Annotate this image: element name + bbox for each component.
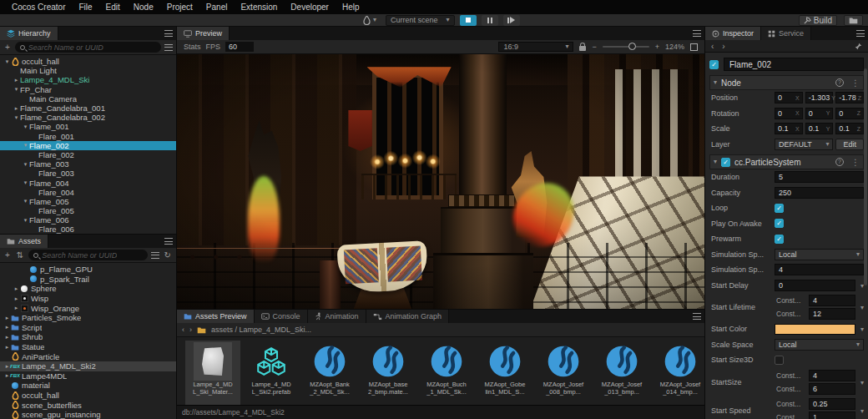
help-icon[interactable]: ? <box>835 158 844 166</box>
tab-inspector[interactable]: Inspector <box>705 27 761 40</box>
assets-item-lampe4mdl[interactable]: ▸FBXLampe4MDL <box>0 371 176 381</box>
chevron-down-icon[interactable]: ▾ <box>714 159 717 165</box>
assets-item-material[interactable]: material <box>0 381 176 391</box>
assets-item-particles-smoke[interactable]: ▸Particles_Smoke <box>0 313 176 323</box>
pin-icon[interactable] <box>855 43 862 50</box>
menu-item-cocos-creator[interactable]: Cocos Creator <box>5 0 72 14</box>
hierarchy-item-flame-005[interactable]: ▾Flame_005 <box>0 197 176 206</box>
chevron-down-icon[interactable]: ▾ <box>22 142 29 149</box>
zoom-slider[interactable] <box>603 46 649 48</box>
chevron-down-icon[interactable]: ▾ <box>22 217 29 224</box>
play-button[interactable] <box>460 15 477 26</box>
assets-item-lampe-4-mdl-ski2[interactable]: ▸FBXLampe_4_MDL_Ski2 <box>0 361 176 371</box>
color-swatch[interactable] <box>775 324 855 335</box>
asset-thumb-mzaopt-josef-014-bmp[interactable]: MZAopt_Josef_014_bmp... <box>653 341 704 405</box>
hierarchy-item-flare-002[interactable]: Flare_002 <box>0 150 176 159</box>
fps-input[interactable]: 60 <box>225 42 254 52</box>
kebab-menu-icon[interactable]: ⋮ <box>851 158 860 167</box>
chevron-right-icon[interactable]: ▸ <box>13 285 20 292</box>
menu-item-developer[interactable]: Developer <box>284 0 336 14</box>
asset-thumb-mzaopt-buch-1-mdl-sk[interactable]: MZAopt_Buch_1_MDL_Sk... <box>419 341 474 405</box>
section-header-cc-particlesystem[interactable]: ▾✓cc.ParticleSystem?⋮ <box>709 154 864 169</box>
tab-preview[interactable]: Preview <box>177 27 230 40</box>
chevron-down-icon[interactable]: ▾ <box>860 378 864 386</box>
menu-item-help[interactable]: Help <box>336 0 366 14</box>
asset-thumb-mzaopt-base-2-bmp-mate[interactable]: MZAopt_base2_bmp.mate... <box>361 341 416 405</box>
assets-item-statue[interactable]: ▸Statue <box>0 342 176 352</box>
add-node-button[interactable]: + <box>3 43 12 52</box>
panel-menu-icon[interactable] <box>693 313 701 320</box>
add-asset-button[interactable]: + <box>3 251 12 260</box>
chevron-down-icon[interactable]: ▾ <box>714 79 717 86</box>
menu-item-edit[interactable]: Edit <box>99 0 127 14</box>
hierarchy-item-flare-006[interactable]: Flare_006 <box>0 225 176 234</box>
hierarchy-item-occult-hall[interactable]: ▾occult_hall <box>0 57 176 66</box>
property-select[interactable]: Local▾ <box>775 339 864 351</box>
property-checkbox[interactable] <box>775 356 784 365</box>
asset-thumb-lampe-4-md-l-ski-mater[interactable]: Lampe_4_MDL_Ski_Mater... <box>185 341 240 405</box>
hierarchy-item-flame-004[interactable]: ▾Flame_004 <box>0 178 176 187</box>
chevron-right-icon[interactable]: ▸ <box>3 344 11 351</box>
assets-item-script[interactable]: ▸Script <box>0 323 176 333</box>
assets-item-shrub[interactable]: ▸Shrub <box>0 332 176 342</box>
constant-mode-label[interactable]: Const... <box>775 413 806 419</box>
chevron-right-icon[interactable]: ▸ <box>13 305 20 311</box>
section-header-node[interactable]: ▾Node?⋮ <box>709 75 864 90</box>
constant-mode-label[interactable]: Const... <box>775 371 806 380</box>
zoom-slider-knob[interactable] <box>628 43 636 50</box>
hierarchy-item-flare-003[interactable]: Flare_003 <box>0 169 176 178</box>
chevron-down-icon[interactable]: ▾ <box>22 124 29 130</box>
number-input[interactable]: 0.1Y <box>805 123 834 134</box>
breadcrumb[interactable]: assets / Lampe_4_MDL_Ski... <box>211 326 311 334</box>
component-enabled-checkbox[interactable]: ✓ <box>721 158 730 167</box>
help-icon[interactable]: ? <box>835 78 844 87</box>
menu-item-extension[interactable]: Extension <box>234 0 284 14</box>
hierarchy-item-flame-001[interactable]: ▾Flame_001 <box>0 122 176 131</box>
chevron-right-icon[interactable]: ▸ <box>13 105 20 112</box>
number-input[interactable]: -1.78Z <box>835 92 864 103</box>
tab-assets-preview[interactable]: Assets Preview <box>177 310 255 323</box>
hierarchy-item-fp-char[interactable]: ▾FP_Char <box>0 85 176 94</box>
assets-item-p-spark-trail[interactable]: p_Spark_Trail <box>0 275 176 285</box>
filter-list-icon[interactable] <box>151 252 159 259</box>
sort-assets-icon[interactable]: ⇅ <box>15 251 25 260</box>
hierarchy-item-flame-candelabra-002[interactable]: ▾Flame_Candelabra_002 <box>0 113 176 122</box>
chevron-right-icon[interactable]: ▸ <box>13 295 20 302</box>
value-input[interactable]: 12 <box>809 308 855 320</box>
value-input[interactable]: 6 <box>809 383 855 395</box>
assets-item-aniparticle[interactable]: AniParticle <box>0 351 176 361</box>
rotation-lock-icon[interactable] <box>579 46 586 51</box>
hierarchy-item-lampe-4-mdl-ski[interactable]: ▸Lampe_4_MDL_Ski <box>0 75 176 84</box>
assets-item-p-flame-gpu[interactable]: p_Flame_GPU <box>0 265 176 275</box>
tab-service[interactable]: Service <box>761 27 811 40</box>
hierarchy-search-input[interactable]: Search Name or UUID <box>15 42 161 53</box>
number-input[interactable]: 0.1X <box>775 123 803 134</box>
chevron-down-icon[interactable]: ▾ <box>13 86 20 93</box>
chevron-down-icon[interactable]: ▾ <box>22 198 29 204</box>
chevron-down-icon[interactable]: ▾ <box>22 161 29 168</box>
property-select[interactable]: Local▾ <box>775 249 864 260</box>
kebab-menu-icon[interactable]: ⋮ <box>851 78 860 88</box>
property-checkbox[interactable]: ✓ <box>775 204 784 213</box>
property-checkbox[interactable]: ✓ <box>775 219 784 228</box>
value-input[interactable]: 4 <box>809 295 855 306</box>
chevron-right-icon[interactable]: ▸ <box>3 324 11 331</box>
pause-button[interactable] <box>482 15 498 26</box>
value-input[interactable]: 0 <box>775 280 855 291</box>
tab-animation-graph[interactable]: Animation Graph <box>366 310 450 323</box>
value-input[interactable]: 5 <box>775 171 864 183</box>
inspector-back-icon[interactable]: ‹ <box>711 42 714 51</box>
chevron-right-icon[interactable]: ▸ <box>3 334 11 341</box>
value-input[interactable]: 4 <box>809 370 855 381</box>
nav-forward-icon[interactable]: › <box>189 326 192 334</box>
scene-select[interactable]: Current scene ▾ <box>386 15 455 26</box>
hierarchy-item-flare-004[interactable]: Flare_004 <box>0 188 176 197</box>
value-input[interactable]: 1 <box>809 411 855 419</box>
hierarchy-item-flare-005[interactable]: Flare_005 <box>0 206 176 215</box>
tab-console[interactable]: Console <box>255 310 308 323</box>
hierarchy-item-main-camera[interactable]: Main Camera <box>0 94 176 103</box>
menu-item-node[interactable]: Node <box>127 0 160 14</box>
layer-select[interactable]: DEFAULT▾ <box>775 139 833 150</box>
inspector-forward-icon[interactable]: › <box>722 42 724 51</box>
number-input[interactable]: 0X <box>775 92 803 103</box>
